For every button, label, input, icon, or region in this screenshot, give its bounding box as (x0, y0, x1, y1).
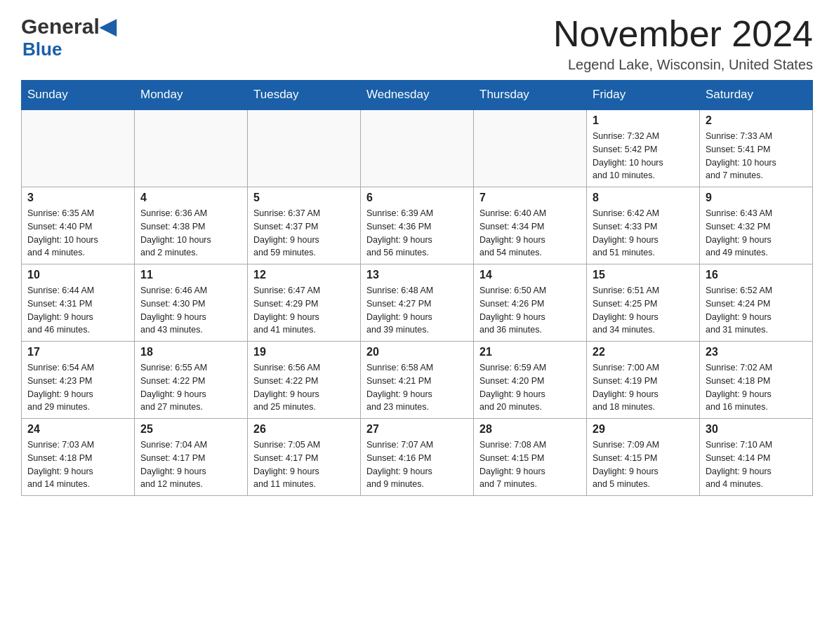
day-info: Sunrise: 6:54 AMSunset: 4:23 PMDaylight:… (27, 361, 128, 414)
day-info: Sunrise: 6:51 AMSunset: 4:25 PMDaylight:… (593, 284, 694, 337)
logo-general-word: General (21, 15, 100, 39)
calendar-week-2: 3Sunrise: 6:35 AMSunset: 4:40 PMDaylight… (22, 187, 813, 264)
day-info: Sunrise: 6:44 AMSunset: 4:31 PMDaylight:… (27, 284, 128, 337)
day-info: Sunrise: 7:32 AMSunset: 5:42 PMDaylight:… (593, 130, 694, 182)
calendar-week-1: 1Sunrise: 7:32 AMSunset: 5:42 PMDaylight… (22, 109, 813, 187)
day-number: 6 (366, 192, 468, 204)
calendar-cell (22, 109, 135, 187)
calendar-cell: 2Sunrise: 7:33 AMSunset: 5:41 PMDaylight… (700, 109, 813, 187)
logo: General◀ Blue (21, 14, 116, 60)
page-header: General◀ Blue November 2024 Legend Lake,… (21, 14, 813, 73)
day-number: 2 (706, 114, 807, 127)
day-number: 15 (593, 269, 694, 281)
day-info: Sunrise: 7:33 AMSunset: 5:41 PMDaylight:… (706, 130, 807, 182)
calendar-cell (135, 109, 248, 187)
day-info: Sunrise: 6:35 AMSunset: 4:40 PMDaylight:… (27, 207, 128, 260)
calendar-cell: 25Sunrise: 7:04 AMSunset: 4:17 PMDayligh… (135, 419, 248, 496)
calendar-cell: 23Sunrise: 7:02 AMSunset: 4:18 PMDayligh… (700, 342, 813, 419)
day-number: 25 (140, 423, 241, 436)
day-info: Sunrise: 6:39 AMSunset: 4:36 PMDaylight:… (366, 207, 468, 260)
day-info: Sunrise: 6:37 AMSunset: 4:37 PMDaylight:… (253, 207, 355, 260)
day-info: Sunrise: 6:46 AMSunset: 4:30 PMDaylight:… (140, 284, 241, 337)
day-number: 19 (253, 346, 355, 358)
day-info: Sunrise: 7:03 AMSunset: 4:18 PMDaylight:… (27, 438, 128, 491)
calendar-cell: 9Sunrise: 6:43 AMSunset: 4:32 PMDaylight… (700, 187, 813, 264)
calendar-cell: 13Sunrise: 6:48 AMSunset: 4:27 PMDayligh… (361, 264, 474, 342)
calendar-cell (474, 109, 587, 187)
day-number: 14 (479, 269, 581, 281)
col-thursday: Thursday (474, 81, 587, 110)
col-sunday: Sunday (22, 81, 135, 110)
day-info: Sunrise: 6:55 AMSunset: 4:22 PMDaylight:… (140, 361, 241, 414)
col-saturday: Saturday (700, 81, 813, 110)
day-info: Sunrise: 6:59 AMSunset: 4:20 PMDaylight:… (479, 361, 581, 414)
day-number: 27 (366, 423, 468, 436)
day-number: 23 (706, 346, 807, 358)
calendar-cell: 6Sunrise: 6:39 AMSunset: 4:36 PMDaylight… (361, 187, 474, 264)
day-info: Sunrise: 6:36 AMSunset: 4:38 PMDaylight:… (140, 207, 241, 260)
day-info: Sunrise: 6:50 AMSunset: 4:26 PMDaylight:… (479, 284, 581, 337)
calendar-cell: 19Sunrise: 6:56 AMSunset: 4:22 PMDayligh… (248, 342, 361, 419)
calendar-cell: 18Sunrise: 6:55 AMSunset: 4:22 PMDayligh… (135, 342, 248, 419)
calendar-cell: 7Sunrise: 6:40 AMSunset: 4:34 PMDaylight… (474, 187, 587, 264)
month-title: November 2024 (553, 14, 813, 54)
day-number: 29 (593, 423, 694, 436)
calendar-cell: 14Sunrise: 6:50 AMSunset: 4:26 PMDayligh… (474, 264, 587, 342)
day-info: Sunrise: 6:47 AMSunset: 4:29 PMDaylight:… (253, 284, 355, 337)
day-number: 18 (140, 346, 241, 358)
day-number: 10 (27, 269, 128, 281)
calendar-week-3: 10Sunrise: 6:44 AMSunset: 4:31 PMDayligh… (22, 264, 813, 342)
location-title: Legend Lake, Wisconsin, United States (553, 57, 813, 73)
day-info: Sunrise: 6:58 AMSunset: 4:21 PMDaylight:… (366, 361, 468, 414)
title-block: November 2024 Legend Lake, Wisconsin, Un… (553, 14, 813, 73)
calendar-cell: 30Sunrise: 7:10 AMSunset: 4:14 PMDayligh… (700, 419, 813, 496)
day-number: 17 (27, 346, 128, 358)
calendar-cell (248, 109, 361, 187)
logo-general-text: General◀ (21, 14, 116, 39)
day-number: 12 (253, 269, 355, 281)
day-info: Sunrise: 7:07 AMSunset: 4:16 PMDaylight:… (366, 438, 468, 491)
day-number: 11 (140, 269, 241, 281)
calendar-cell: 5Sunrise: 6:37 AMSunset: 4:37 PMDaylight… (248, 187, 361, 264)
day-info: Sunrise: 6:48 AMSunset: 4:27 PMDaylight:… (366, 284, 468, 337)
day-info: Sunrise: 7:02 AMSunset: 4:18 PMDaylight:… (706, 361, 807, 414)
col-wednesday: Wednesday (361, 81, 474, 110)
day-number: 1 (593, 114, 694, 127)
day-info: Sunrise: 7:00 AMSunset: 4:19 PMDaylight:… (593, 361, 694, 414)
calendar-cell: 27Sunrise: 7:07 AMSunset: 4:16 PMDayligh… (361, 419, 474, 496)
calendar-week-4: 17Sunrise: 6:54 AMSunset: 4:23 PMDayligh… (22, 342, 813, 419)
calendar-cell: 17Sunrise: 6:54 AMSunset: 4:23 PMDayligh… (22, 342, 135, 419)
calendar-cell: 21Sunrise: 6:59 AMSunset: 4:20 PMDayligh… (474, 342, 587, 419)
calendar-cell: 20Sunrise: 6:58 AMSunset: 4:21 PMDayligh… (361, 342, 474, 419)
day-number: 22 (593, 346, 694, 358)
calendar-cell: 8Sunrise: 6:42 AMSunset: 4:33 PMDaylight… (587, 187, 700, 264)
day-info: Sunrise: 7:10 AMSunset: 4:14 PMDaylight:… (706, 438, 807, 491)
calendar-cell: 29Sunrise: 7:09 AMSunset: 4:15 PMDayligh… (587, 419, 700, 496)
day-number: 26 (253, 423, 355, 436)
logo-blue-text: Blue (22, 39, 62, 60)
day-number: 30 (706, 423, 807, 436)
calendar-cell: 4Sunrise: 6:36 AMSunset: 4:38 PMDaylight… (135, 187, 248, 264)
day-info: Sunrise: 6:40 AMSunset: 4:34 PMDaylight:… (479, 207, 581, 260)
day-info: Sunrise: 7:09 AMSunset: 4:15 PMDaylight:… (593, 438, 694, 491)
day-number: 4 (140, 192, 241, 204)
day-number: 3 (27, 192, 128, 204)
day-info: Sunrise: 6:42 AMSunset: 4:33 PMDaylight:… (593, 207, 694, 260)
calendar-cell: 12Sunrise: 6:47 AMSunset: 4:29 PMDayligh… (248, 264, 361, 342)
day-number: 5 (253, 192, 355, 204)
calendar-cell: 1Sunrise: 7:32 AMSunset: 5:42 PMDaylight… (587, 109, 700, 187)
day-info: Sunrise: 7:04 AMSunset: 4:17 PMDaylight:… (140, 438, 241, 491)
calendar-week-5: 24Sunrise: 7:03 AMSunset: 4:18 PMDayligh… (22, 419, 813, 496)
day-number: 9 (706, 192, 807, 204)
day-number: 7 (479, 192, 581, 204)
day-info: Sunrise: 7:05 AMSunset: 4:17 PMDaylight:… (253, 438, 355, 491)
day-info: Sunrise: 7:08 AMSunset: 4:15 PMDaylight:… (479, 438, 581, 491)
day-number: 24 (27, 423, 128, 436)
col-tuesday: Tuesday (248, 81, 361, 110)
calendar-cell: 3Sunrise: 6:35 AMSunset: 4:40 PMDaylight… (22, 187, 135, 264)
calendar-cell: 10Sunrise: 6:44 AMSunset: 4:31 PMDayligh… (22, 264, 135, 342)
calendar-cell: 22Sunrise: 7:00 AMSunset: 4:19 PMDayligh… (587, 342, 700, 419)
day-info: Sunrise: 6:56 AMSunset: 4:22 PMDaylight:… (253, 361, 355, 414)
calendar-header-row: Sunday Monday Tuesday Wednesday Thursday… (22, 81, 813, 110)
calendar-cell: 28Sunrise: 7:08 AMSunset: 4:15 PMDayligh… (474, 419, 587, 496)
